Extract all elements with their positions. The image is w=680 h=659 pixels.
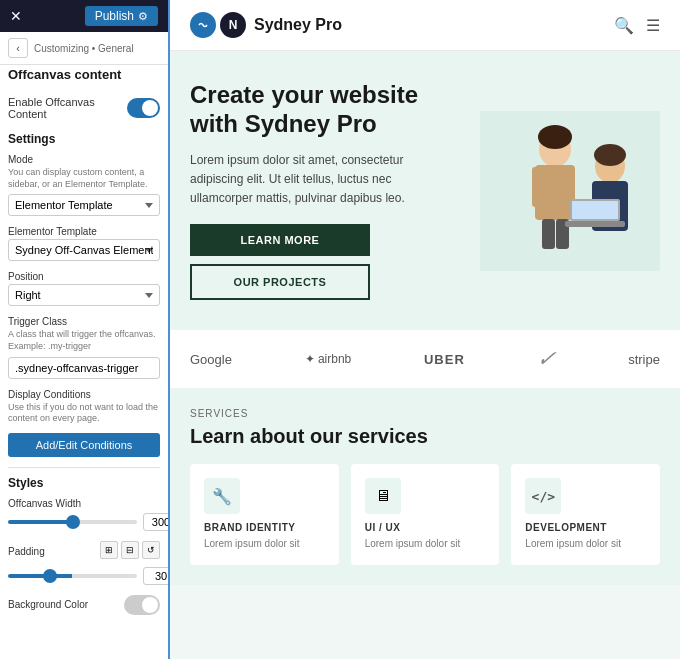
services-section: SERVICES Learn about our services 🔧 BRAN…: [170, 388, 680, 585]
svg-rect-12: [565, 221, 625, 227]
back-icon: ‹: [16, 42, 20, 54]
add-conditions-button[interactable]: Add/Edit Conditions: [8, 433, 160, 457]
logos-section: Google ✦ airbnb UBER ✓ stripe: [170, 330, 680, 388]
services-grid: 🔧 BRAND IDENTITY Lorem ipsum dolor sit 🖥…: [190, 464, 660, 565]
breadcrumb: Customizing • General: [34, 43, 134, 54]
display-desc: Use this if you do not want to load the …: [8, 402, 160, 425]
offcanvas-width-field: Offcanvas Width 300: [8, 498, 160, 531]
publish-label: Publish: [95, 9, 134, 23]
site-header: N Sydney Pro 🔍 ☰: [170, 0, 680, 51]
position-select[interactable]: Right: [8, 284, 160, 306]
learn-more-button[interactable]: LEARN MORE: [190, 224, 370, 256]
trigger-desc: A class that will trigger the offcanvas.…: [8, 329, 160, 352]
logo-google: Google: [190, 352, 232, 367]
ux-desc: Lorem ipsum dolor sit: [365, 537, 486, 551]
display-label: Display Conditions: [8, 389, 160, 400]
svg-rect-6: [554, 167, 568, 207]
hero-title: Create your website with Sydney Pro: [190, 81, 464, 139]
panel-nav: ‹ Customizing • General: [0, 32, 168, 65]
bg-color-label: Background Color: [8, 599, 88, 610]
svg-rect-5: [532, 167, 546, 207]
elementor-field: Elementor Template Sydney Off-Canvas Ele…: [8, 226, 160, 261]
logo-circle-blue: [190, 12, 216, 38]
left-panel: ✕ Publish ⚙ ‹ Customizing • General Offc…: [0, 0, 170, 659]
gear-icon: ⚙: [138, 10, 148, 23]
service-card-brand: 🔧 BRAND IDENTITY Lorem ipsum dolor sit: [190, 464, 339, 565]
hero-section: Create your website with Sydney Pro Lore…: [170, 51, 680, 330]
our-projects-button[interactable]: OUR PROJECTS: [190, 264, 370, 300]
dev-name: DEVELOPMENT: [525, 522, 646, 533]
styles-title: Styles: [8, 476, 160, 490]
toggle-row: Enable Offcanvas Content: [8, 96, 160, 120]
toggle-label: Enable Offcanvas Content: [8, 96, 127, 120]
elementor-label: Elementor Template: [8, 226, 160, 237]
svg-point-15: [594, 144, 626, 166]
hero-illustration: [480, 111, 660, 271]
hero-description: Lorem ipsum dolor sit amet, consectetur …: [190, 151, 450, 209]
logo-nike: ✓: [535, 346, 558, 372]
bg-color-row: Background Color: [8, 595, 160, 615]
top-bar: ✕ Publish ⚙: [0, 0, 168, 32]
brand-desc: Lorem ipsum dolor sit: [204, 537, 325, 551]
position-label: Position: [8, 271, 160, 282]
back-button[interactable]: ‹: [8, 38, 28, 58]
publish-button[interactable]: Publish ⚙: [85, 6, 158, 26]
site-logo: N Sydney Pro: [190, 12, 342, 38]
padding-link-icon[interactable]: ⊞: [100, 541, 118, 559]
width-slider[interactable]: [8, 520, 137, 524]
ux-icon: 🖥: [365, 478, 401, 514]
search-icon[interactable]: 🔍: [614, 16, 634, 35]
trigger-field: Trigger Class A class that will trigger …: [8, 316, 160, 378]
mode-label: Mode: [8, 154, 160, 165]
mode-field: Mode You can display custom content, a s…: [8, 154, 160, 216]
width-value-input[interactable]: 300: [143, 513, 168, 531]
hero-text: Create your website with Sydney Pro Lore…: [190, 81, 464, 300]
svg-rect-14: [572, 201, 618, 219]
padding-unlink-icon[interactable]: ⊟: [121, 541, 139, 559]
service-card-ux: 🖥 UI / UX Lorem ipsum dolor sit: [351, 464, 500, 565]
offcanvas-width-label: Offcanvas Width: [8, 498, 160, 509]
right-panel: N Sydney Pro 🔍 ☰ Create your website wit…: [170, 0, 680, 659]
svg-rect-7: [542, 219, 555, 249]
logo-airbnb: ✦ airbnb: [305, 352, 352, 366]
logo-bird-icon: [196, 18, 210, 32]
logo-stripe: stripe: [628, 352, 660, 367]
mode-select[interactable]: Elementor Template: [8, 194, 160, 216]
brand-icon: 🔧: [204, 478, 240, 514]
dev-desc: Lorem ipsum dolor sit: [525, 537, 646, 551]
trigger-label: Trigger Class: [8, 316, 160, 327]
close-icon[interactable]: ✕: [10, 8, 22, 24]
mode-desc: You can display custom content, a sideba…: [8, 167, 160, 190]
padding-value-input[interactable]: 30: [143, 567, 168, 585]
ux-name: UI / UX: [365, 522, 486, 533]
svg-point-9: [538, 125, 572, 149]
bg-color-field: Background Color: [8, 595, 160, 615]
service-card-dev: </> DEVELOPMENT Lorem ipsum dolor sit: [511, 464, 660, 565]
dev-icon: </>: [525, 478, 561, 514]
site-name: Sydney Pro: [254, 16, 342, 34]
padding-slider-row: 30: [8, 567, 160, 585]
width-slider-row: 300: [8, 513, 160, 531]
bg-color-toggle[interactable]: [124, 595, 160, 615]
panel-body: Enable Offcanvas Content Settings Mode Y…: [0, 88, 168, 659]
services-label: SERVICES: [190, 408, 660, 419]
padding-slider[interactable]: [8, 574, 137, 578]
padding-label: Padding: [8, 546, 45, 557]
logo-n-circle: N: [220, 12, 246, 38]
hero-image: [480, 111, 660, 271]
panel-title: Offcanvas content: [0, 67, 168, 88]
padding-reset-icon[interactable]: ↺: [142, 541, 160, 559]
elementor-select[interactable]: Sydney Off-Canvas Elementor Ter: [8, 239, 160, 261]
menu-icon[interactable]: ☰: [646, 16, 660, 35]
brand-name: BRAND IDENTITY: [204, 522, 325, 533]
padding-icons: ⊞ ⊟ ↺: [100, 541, 160, 559]
padding-field: Padding ⊞ ⊟ ↺ 30: [8, 541, 160, 585]
divider: [8, 467, 160, 468]
trigger-input[interactable]: [8, 357, 160, 379]
hero-buttons: LEARN MORE OUR PROJECTS: [190, 224, 370, 300]
offcanvas-toggle[interactable]: [127, 98, 160, 118]
display-conditions-field: Display Conditions Use this if you do no…: [8, 389, 160, 457]
header-icons: 🔍 ☰: [614, 16, 660, 35]
services-title: Learn about our services: [190, 425, 660, 448]
position-field: Position Right: [8, 271, 160, 306]
